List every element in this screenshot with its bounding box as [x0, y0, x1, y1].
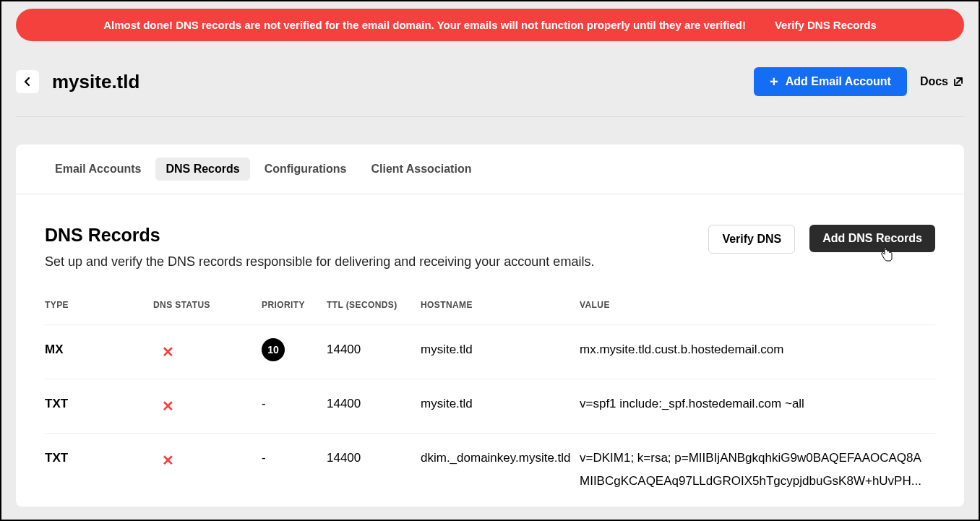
cell-value: v=spf1 include:_spf.hostedemail.com ~all — [580, 379, 935, 434]
dns-records-table: TYPE DNS STATUS PRIORITY TTL (SECONDS) H… — [45, 294, 935, 507]
table-row: MX✕1014400mysite.tldmx.mysite.tld.cust.b… — [45, 325, 935, 379]
cell-ttl: 14400 — [327, 434, 421, 507]
cell-status: ✕ — [153, 379, 262, 434]
main-card: Email Accounts DNS Records Configuration… — [16, 145, 964, 507]
cell-hostname: mysite.tld — [421, 379, 580, 434]
plus-icon: + — [770, 74, 778, 89]
docs-link[interactable]: Docs — [920, 75, 964, 88]
cell-status: ✕ — [153, 434, 262, 507]
tab-dns-records[interactable]: DNS Records — [155, 158, 249, 181]
cell-type: TXT — [45, 434, 153, 507]
cell-ttl: 14400 — [327, 379, 421, 434]
table-row: TXT✕-14400mysite.tldv=spf1 include:_spf.… — [45, 379, 935, 434]
cell-value: mx.mysite.tld.cust.b.hostedemail.com — [580, 325, 935, 379]
col-value: VALUE — [580, 294, 935, 325]
tabs: Email Accounts DNS Records Configuration… — [16, 145, 964, 194]
add-dns-records-button[interactable]: Add DNS Records — [809, 225, 935, 252]
header-divider — [16, 116, 964, 117]
cell-hostname: dkim._domainkey.mysite.tld — [421, 434, 580, 507]
page-header: mysite.tld + Add Email Account Docs — [16, 67, 964, 96]
tab-configurations[interactable]: Configurations — [254, 158, 357, 181]
cell-value: v=DKIM1; k=rsa; p=MIIBIjANBgkqhkiG9w0BAQ… — [580, 434, 935, 507]
status-fail-icon: ✕ — [153, 447, 182, 474]
verify-dns-button[interactable]: Verify DNS — [708, 225, 795, 254]
section-header: DNS Records Set up and verify the DNS re… — [45, 225, 935, 270]
cell-priority: 10 — [262, 325, 327, 379]
cell-type: TXT — [45, 379, 153, 434]
cell-type: MX — [45, 325, 153, 379]
dns-alert-banner: Almost done! DNS records are not verifie… — [16, 9, 964, 41]
table-row: TXT✕-14400dkim._domainkey.mysite.tldv=DK… — [45, 434, 935, 507]
verify-dns-records-link[interactable]: Verify DNS Records — [775, 19, 877, 31]
col-hostname: HOSTNAME — [421, 294, 580, 325]
docs-label: Docs — [920, 75, 948, 88]
cell-priority: - — [262, 434, 327, 507]
section-title: DNS Records — [45, 225, 694, 246]
add-email-label: Add Email Account — [786, 75, 891, 88]
status-fail-icon: ✕ — [153, 392, 182, 420]
col-status: DNS STATUS — [153, 294, 262, 325]
section-subtitle: Set up and verify the DNS records respon… — [45, 254, 694, 270]
status-fail-icon: ✕ — [153, 338, 182, 366]
alert-text: Almost done! DNS records are not verifie… — [103, 19, 746, 31]
tab-client-association[interactable]: Client Association — [361, 158, 481, 181]
pointer-cursor-icon — [880, 247, 893, 265]
col-priority: PRIORITY — [262, 294, 327, 325]
cell-priority: - — [262, 379, 327, 434]
tab-email-accounts[interactable]: Email Accounts — [45, 158, 151, 181]
priority-badge: 10 — [262, 338, 285, 361]
add-email-account-button[interactable]: + Add Email Account — [754, 67, 907, 96]
cell-status: ✕ — [153, 325, 262, 379]
back-button[interactable] — [16, 70, 39, 93]
cell-hostname: mysite.tld — [421, 325, 580, 379]
col-ttl: TTL (SECONDS) — [327, 294, 421, 325]
add-dns-label: Add DNS Records — [822, 232, 922, 244]
chevron-left-icon — [24, 77, 31, 87]
dns-records-section: DNS Records Set up and verify the DNS re… — [16, 194, 964, 507]
col-type: TYPE — [45, 294, 153, 325]
page-title: mysite.tld — [52, 71, 741, 93]
external-link-icon — [953, 76, 964, 87]
cell-ttl: 14400 — [327, 325, 421, 379]
